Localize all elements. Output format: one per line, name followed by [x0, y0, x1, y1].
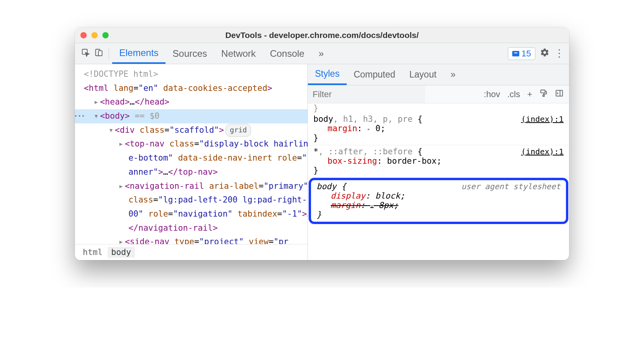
dom-body-selected[interactable]: ▾<body> == $0	[75, 109, 307, 123]
main-toolbar: Elements Sources Network Console » 15 ⋮	[75, 43, 569, 64]
css-declaration-overridden[interactable]: margin: ▸ 8px;	[317, 201, 560, 210]
css-rule-user-agent[interactable]: user agent stylesheet body { display: bl…	[309, 178, 568, 224]
window-title: DevTools - developer.chrome.com/docs/dev…	[80, 31, 564, 40]
svg-rect-3	[541, 90, 545, 92]
grid-badge[interactable]: grid	[226, 124, 251, 137]
svg-rect-5	[556, 90, 563, 96]
dom-top-nav-cont2[interactable]: anner">…</top-nav>	[75, 165, 307, 179]
crumb-html[interactable]: html	[79, 247, 107, 258]
panel-tabs: Elements Sources Network Console »	[112, 43, 331, 64]
dom-html[interactable]: <html lang="en" data-cookies-accepted>	[75, 81, 307, 96]
styles-sub-tabs: Styles Computed Layout »	[308, 64, 569, 85]
tab-console[interactable]: Console	[263, 43, 311, 64]
rule-source-link[interactable]: (index):1	[521, 147, 564, 156]
dom-nav-rail[interactable]: ▸<navigation-rail aria-label="primary"	[75, 179, 307, 193]
subtab-layout[interactable]: Layout	[402, 64, 444, 85]
styles-panel: Styles Computed Layout » :hov .cls +	[308, 64, 569, 260]
sidebar-toggle-icon[interactable]	[555, 89, 564, 100]
svg-rect-2	[98, 51, 102, 56]
dom-scaffold[interactable]: ▾<div class="scaffold">grid	[75, 123, 307, 137]
dom-nav-rail-cont[interactable]: class="lg:pad-left-200 lg:pad-right-2	[75, 193, 307, 207]
more-menu-icon[interactable]: ⋮	[554, 47, 565, 60]
issues-counter[interactable]: 15	[508, 47, 535, 60]
dom-nav-rail-cont2[interactable]: 00" role="navigation" tabindex="-1">…	[75, 207, 307, 221]
rule-source-link[interactable]: (index):1	[521, 114, 564, 124]
inspect-icon[interactable]	[81, 48, 90, 59]
toolbar-divider	[109, 48, 109, 59]
rule-source-label: user agent stylesheet	[461, 182, 560, 191]
devtools-window: DevTools - developer.chrome.com/docs/dev…	[75, 27, 569, 260]
tabs-overflow[interactable]: »	[311, 43, 331, 64]
device-toggle-icon[interactable]	[95, 48, 103, 59]
css-declaration[interactable]: margin: ▸ 0;	[313, 124, 564, 133]
dom-top-nav-cont[interactable]: e-bottom" data-side-nav-inert role="b	[75, 151, 307, 165]
rule-close: }	[313, 166, 564, 175]
rule-close: }	[317, 210, 560, 219]
rule-fragment-close: }	[308, 103, 569, 113]
styles-filter-row: :hov .cls +	[308, 85, 569, 103]
subtab-overflow[interactable]: »	[444, 64, 463, 85]
tab-sources[interactable]: Sources	[166, 43, 214, 64]
elements-panel: <!DOCTYPE html> <html lang="en" data-coo…	[75, 64, 308, 260]
styles-rules: } (index):1 body, h1, h3, p, pre { margi…	[308, 103, 569, 260]
tab-elements[interactable]: Elements	[112, 43, 166, 64]
subtab-computed[interactable]: Computed	[347, 64, 402, 85]
titlebar: DevTools - developer.chrome.com/docs/dev…	[75, 27, 569, 43]
css-declaration[interactable]: box-sizing: border-box;	[313, 156, 564, 166]
content-area: <!DOCTYPE html> <html lang="en" data-coo…	[75, 64, 569, 260]
tab-network[interactable]: Network	[214, 43, 263, 64]
css-rule[interactable]: (index):1 *, ::after, ::before { box-siz…	[308, 145, 569, 178]
dom-side-nav[interactable]: ▸<side-nav type="project" view="pr	[75, 235, 307, 244]
issues-count: 15	[522, 49, 531, 59]
settings-icon[interactable]	[540, 48, 549, 60]
paint-icon[interactable]	[539, 89, 548, 100]
issues-icon	[512, 51, 519, 56]
subtab-styles[interactable]: Styles	[308, 64, 347, 85]
new-rule-button[interactable]: +	[527, 89, 532, 99]
dom-tree[interactable]: <!DOCTYPE html> <html lang="en" data-coo…	[75, 64, 307, 244]
cls-toggle[interactable]: .cls	[507, 89, 520, 99]
crumb-body[interactable]: body	[107, 247, 135, 258]
dom-nav-rail-close[interactable]: </navigation-rail>	[75, 221, 307, 235]
breadcrumb: html body	[75, 244, 307, 260]
dom-head[interactable]: ▸<head>…</head>	[75, 95, 307, 109]
dom-top-nav[interactable]: ▸<top-nav class="display-block hairlin	[75, 137, 307, 151]
dom-doctype[interactable]: <!DOCTYPE html>	[75, 67, 307, 81]
rule-close: }	[313, 133, 564, 143]
css-declaration[interactable]: display: block;	[317, 191, 560, 201]
svg-rect-4	[543, 95, 544, 96]
styles-filter-input[interactable]	[308, 85, 425, 103]
css-rule[interactable]: (index):1 body, h1, h3, p, pre { margin:…	[308, 113, 569, 145]
hov-toggle[interactable]: :hov	[484, 89, 500, 99]
